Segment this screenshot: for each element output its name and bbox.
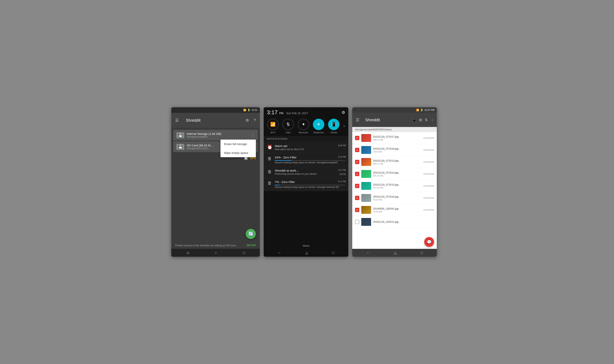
file-date-6: 12/13/2016 <box>423 209 434 211</box>
file-info-6: 20140926_182541.jpg 76.49 KB <box>373 207 421 213</box>
notif-zero-filler-7[interactable]: 🗑 7% - Zero Filler Secure erasing empty … <box>264 178 348 191</box>
file-item-0[interactable]: ✓ 20151219_071517.jpg 548.12 KB 12/13/20… <box>352 132 437 144</box>
file-size-0: 548.12 KB <box>373 139 421 141</box>
phone-icon[interactable]: 📱 <box>412 118 416 122</box>
header-icons-3: 📱 ⊞ ⇅ ⋮ <box>412 118 434 122</box>
menu-icon[interactable]: ☰ <box>174 117 180 123</box>
storage-item-internal[interactable]: 💾 Internal Storage (1.94 GB) /storage/em… <box>173 130 258 141</box>
file-checkbox-5[interactable]: ✓ <box>355 196 359 200</box>
trash-icon-3: 🗑 <box>267 180 272 186</box>
help-icon[interactable]: ? <box>253 117 257 123</box>
zero-filler-24-title: 24% - Zero Filler <box>275 156 345 159</box>
progress-bar-7 <box>275 185 345 185</box>
file-thumb-0 <box>361 134 371 142</box>
file-date-0: 12/13/2016 <box>423 137 434 139</box>
file-item-1[interactable]: ✓ 20151219_071518.jpg 759.6 KB 12/13/201… <box>352 144 437 156</box>
zero-filler-7-subtitle: Secure erasing empty space on device '/s… <box>275 186 345 188</box>
vibrate-toggle-circle[interactable]: 📳 <box>328 119 339 130</box>
file-item-6[interactable]: ✓ 20140926_182541.jpg 76.49 KB 12/13/201… <box>352 204 437 216</box>
shreddit-work-time: 3:11 PM <box>338 169 346 171</box>
notif-shreddit-work[interactable]: 🗑 Shreddit at work... Performing secure … <box>264 167 348 178</box>
data-toggle-circle[interactable]: ⇅ <box>282 119 294 130</box>
notif-alarm[interactable]: ⏰ Alarm set Next alarm set for Mon 6:15 … <box>264 142 348 153</box>
file-info-4: 20151219_071515.jpg 757.52 KB <box>373 183 421 189</box>
file-size-1: 759.6 KB <box>373 151 421 153</box>
file-checkbox-7[interactable] <box>355 220 359 224</box>
setup-link[interactable]: SETUP <box>247 244 256 247</box>
file-checkbox-1[interactable]: ✓ <box>355 148 359 152</box>
file-date-2: 12/13/2016 <box>423 161 434 163</box>
home-button-1[interactable]: ○ <box>215 251 217 255</box>
sort-icon[interactable]: ⇅ <box>425 118 428 122</box>
pin-notice: Protect access to the shredder by settin… <box>175 244 256 247</box>
file-info-3: 20151219_071514.jpg 581.33 KB <box>373 171 421 177</box>
app-title-1: Shreddit <box>183 115 241 125</box>
file-info-5: 20151219_071516.jpg 43.24 KB <box>373 195 421 201</box>
file-thumb-3 <box>361 170 371 178</box>
menu-icon-3[interactable]: ☰ <box>355 117 360 123</box>
app-header-1: ☰ Shreddit ⚙ ? <box>171 113 260 128</box>
alarm-icon: ⏰ <box>267 144 272 150</box>
chat-fab[interactable]: 💬 <box>424 237 434 247</box>
toggle-brightness[interactable]: ☀ Brightness <box>313 119 324 134</box>
recents-button-2[interactable]: □ <box>332 251 334 255</box>
file-date-5: 12/13/2016 <box>423 197 434 199</box>
toggle-bluetooth[interactable]: ✦ Bluetooth <box>298 119 309 134</box>
time-display-3: 10:37 PM <box>424 109 434 111</box>
more-icon[interactable]: ⋮ <box>430 118 434 122</box>
recents-button-3[interactable]: □ <box>421 251 423 255</box>
file-checkbox-4[interactable]: ✓ <box>355 184 359 188</box>
back-button-3[interactable]: ← <box>366 251 370 255</box>
hdd-icon-internal: 💾 <box>176 132 184 138</box>
file-size-4: 757.52 KB <box>373 186 421 189</box>
back-button-2[interactable]: ← <box>278 251 281 255</box>
zero-filler-24-subtitle: Secure erasing empty space on device '/s… <box>275 161 345 164</box>
bluetooth-toggle-circle[interactable]: ✦ <box>298 119 309 130</box>
file-name-7: 20151116_181511.jpg <box>373 220 432 223</box>
home-button-2[interactable]: △ <box>306 251 308 255</box>
grid-icon[interactable]: ⊞ <box>419 118 422 122</box>
file-thumb-2 <box>361 158 371 166</box>
recents-button-1[interactable]: □ <box>243 251 245 255</box>
notif-time: 3:17 <box>267 109 278 115</box>
file-name-0: 20151219_071517.jpg <box>373 135 421 138</box>
file-date-3: 12/13/2016 <box>423 173 434 175</box>
file-checkbox-0[interactable]: ✓ <box>355 136 359 140</box>
toggle-data[interactable]: ⇅ Data <box>282 119 294 134</box>
bottom-info-bar: SETUP Protect access to the shredder by … <box>171 242 260 249</box>
storage-list: 💾 Internal Storage (1.94 GB) /storage/em… <box>171 128 260 154</box>
toggles-chevron[interactable]: › <box>343 119 345 134</box>
toggle-wifi[interactable]: 📶 Wi-Fi <box>267 119 279 134</box>
file-date-1: 12/13/2016 <box>423 149 434 151</box>
toggle-vibrate[interactable]: 📳 Vibrate <box>328 119 339 134</box>
file-item-2[interactable]: ✓ 20151219_071513.jpg 826.11 KB 12/13/20… <box>352 156 437 168</box>
file-item-5[interactable]: ✓ 20151219_071516.jpg 43.24 KB 12/13/201… <box>352 192 437 204</box>
notif-gear-icon[interactable]: ⚙ <box>342 110 345 115</box>
wifi-toggle-circle[interactable]: 📶 <box>267 119 279 130</box>
file-checkbox-3[interactable]: ✓ <box>355 172 359 176</box>
app-title-3: Shreddit <box>362 115 410 125</box>
file-checkbox-2[interactable]: ✓ <box>355 160 359 164</box>
file-checkbox-6[interactable]: ✓ <box>355 208 359 212</box>
refresh-fab[interactable]: 🔄 <box>246 229 256 239</box>
wifi-label: Wi-Fi <box>270 131 276 134</box>
storage-path-internal: /storage/emulated/0 <box>187 135 248 138</box>
back-button-1[interactable]: ◁ <box>186 251 189 255</box>
home-button-3[interactable]: △ <box>394 251 397 255</box>
notif-zero-filler-24[interactable]: 🗑 24% - Zero Filler Secure erasing empty… <box>264 153 348 167</box>
screen3-wrap: 📶 🔋 10:37 PM ☰ Shreddit 📱 ⊞ ⇅ ⋮ /storage… <box>352 107 437 257</box>
file-thumb-4 <box>361 182 371 190</box>
erase-full-storage-option[interactable]: Erase full storage <box>220 140 256 148</box>
battery-icon-3: 🔋 <box>420 109 423 111</box>
settings-icon[interactable]: ⚙ <box>245 117 250 123</box>
file-size-6: 76.49 KB <box>373 210 421 213</box>
three-dot-internal[interactable]: ⋮ <box>251 133 255 138</box>
screen2-notifications: 3:17 PM Sun Feb 19, 2017 ⚙ 📶 Wi-Fi ⇅ Dat… <box>264 107 348 257</box>
file-item-4[interactable]: ✓ 20151219_071515.jpg 757.52 KB 12/13/20… <box>352 180 437 192</box>
zero-filler-24-content: 24% - Zero Filler Secure erasing empty s… <box>275 156 345 164</box>
file-item-7[interactable]: 20151116_181511.jpg <box>352 216 437 228</box>
file-size-5: 43.24 KB <box>373 198 421 201</box>
file-item-3[interactable]: ✓ 20151219_071514.jpg 581.33 KB 12/13/20… <box>352 168 437 180</box>
wipe-empty-space-option[interactable]: Wipe empty space <box>220 148 256 157</box>
brightness-toggle-circle[interactable]: ☀ <box>313 119 324 130</box>
